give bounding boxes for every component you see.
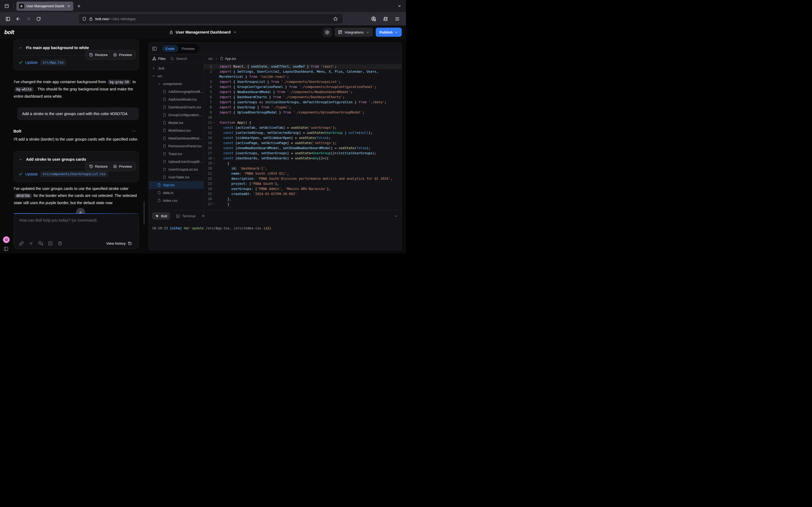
tracking-shield-icon[interactable] (82, 17, 87, 21)
code-line[interactable]: 19 { (204, 161, 401, 166)
back-icon[interactable] (13, 14, 22, 23)
view-history-button[interactable]: View history (104, 241, 134, 246)
tree-item--bolt[interactable]: .bolt (149, 64, 204, 72)
browser-tab[interactable]: b User Management Dashboard (16, 2, 73, 11)
tree-item-data-ts[interactable]: data.ts (149, 189, 204, 196)
integrations-button[interactable]: Integrations (335, 27, 373, 37)
enhance-sparkles-icon[interactable] (29, 241, 33, 246)
code-line[interactable]: 12 const [activeTab, setActiveTab] = use… (204, 125, 401, 130)
bookmark-star-icon[interactable] (332, 16, 340, 21)
attach-link-icon[interactable] (19, 241, 23, 246)
tree-item-usertable-tsx[interactable]: UserTable.tsx (149, 173, 204, 181)
tree-item-addusermodal-tsx[interactable]: AddUserModal.tsx (149, 96, 204, 103)
user-avatar[interactable]: O (3, 236, 10, 243)
tree-item-groupconfigurationp-[interactable]: GroupConfigurationP... (149, 111, 204, 119)
settings-gear-icon[interactable] (323, 27, 332, 37)
code-line[interactable]: 14 const [sidebarOpen, setSidebarOpen] =… (204, 135, 401, 140)
browser-sidebar-icon[interactable] (3, 14, 12, 23)
new-tab-button[interactable] (75, 2, 83, 10)
update-label[interactable]: Update (25, 60, 38, 65)
tree-item-usergroupslist-tsx[interactable]: UserGroupsList.tsx (149, 166, 204, 173)
terminal-tab-bolt[interactable]: Bolt (152, 212, 170, 220)
account-icon[interactable] (369, 14, 378, 23)
code-line[interactable]: 10 (204, 115, 401, 120)
tree-item-permissionspanel-tsx[interactable]: PermissionsPanel.tsx (149, 142, 204, 150)
fold-chevron-icon[interactable] (212, 156, 216, 160)
tab-search[interactable]: Search (170, 57, 187, 61)
tree-item-app-tsx[interactable]: App.tsx (149, 181, 204, 189)
collapse-terminal-chevron-icon[interactable] (394, 214, 398, 218)
tree-item-multiselect-tsx[interactable]: MultiSelect.tsx (149, 127, 204, 134)
code-line[interactable]: 24 userGroups: ['PBNA Admin', 'Mexico AR… (204, 186, 401, 191)
code-line[interactable]: 27 { (204, 202, 401, 207)
tree-item-components[interactable]: components (149, 80, 204, 88)
fold-chevron-icon[interactable] (212, 120, 216, 124)
code-line[interactable]: 9import { UploadUserGroupModal } from '.… (204, 110, 401, 115)
discuss-chat-icon[interactable] (38, 241, 43, 246)
forward-icon[interactable] (23, 14, 33, 23)
tree-item-toast-tsx[interactable]: Toast.tsx (149, 150, 204, 158)
code-line[interactable]: 6import { DashboardCharts } from './comp… (204, 95, 401, 100)
code-line[interactable]: 3import { UserGroupsList } from './compo… (204, 79, 401, 84)
fold-chevron-icon[interactable] (212, 161, 216, 165)
chat-input-box[interactable]: View history (14, 213, 139, 249)
code-line[interactable]: 21 name: 'PBNA South (2024 Q1)', (204, 171, 401, 176)
code-line[interactable]: 1import React, { useState, useEffect, us… (204, 64, 401, 69)
firefox-view-icon[interactable] (3, 2, 11, 10)
collapse-chevron-up-icon[interactable] (18, 46, 22, 50)
tree-item-index-css[interactable]: index.css (149, 196, 204, 205)
tree-item-modal-tsx[interactable]: Modal.tsx (149, 119, 204, 127)
updated-file-chip[interactable]: src/App.tsx (40, 60, 66, 65)
tab-files[interactable]: Files (152, 57, 165, 61)
terminal-output[interactable]: 18:10:23 [vite] hmr update /src/App.tsx,… (149, 222, 401, 231)
preview-button[interactable]: Preview (111, 52, 134, 58)
code-line[interactable]: 22 description: 'PBNA South Division per… (204, 176, 401, 181)
project-title-menu[interactable]: User Management Dashboard (169, 30, 237, 34)
collapse-chevron-up-icon[interactable] (18, 158, 22, 162)
chat-sidebar-toggle-icon[interactable] (3, 246, 9, 251)
code-line[interactable]: 4import { GroupConfigurationPanel } from… (204, 84, 401, 90)
extensions-puzzle-icon[interactable] (381, 14, 390, 23)
code-line[interactable]: 13 const [selectedGroup, setSelectedGrou… (204, 130, 401, 135)
code-line[interactable]: 15 const [activePage, setActivePage] = u… (204, 140, 401, 146)
terminal-tab-terminal[interactable]: Terminal (174, 214, 197, 218)
help-icon[interactable] (58, 241, 62, 246)
tab-preview[interactable]: Preview (178, 45, 198, 52)
url-bar[interactable]: bolt.new/~/sb1-vkhvkgax (79, 14, 343, 23)
chat-input[interactable] (14, 214, 139, 233)
menu-hamburger-icon[interactable] (393, 14, 402, 23)
tab-code[interactable]: Code (162, 45, 178, 52)
code-line[interactable]: 7import { userGroups as initialUserGroup… (204, 100, 401, 105)
restore-button[interactable]: Restore (87, 163, 110, 170)
reload-icon[interactable] (34, 14, 43, 23)
chat-scrollbar-thumb[interactable] (144, 201, 145, 225)
code-line[interactable]: 17 const [userGroups, setUserGroups] = u… (204, 151, 401, 156)
code-line[interactable]: 23 project: ['PBNA South'], (204, 181, 401, 186)
tree-item-newdashboardmodal-[interactable]: NewDashboardModal... (149, 134, 204, 142)
tree-item-src[interactable]: src (149, 72, 204, 80)
code-line[interactable]: 26 }, (204, 196, 401, 202)
publish-button[interactable]: Publish (376, 27, 402, 37)
code-line[interactable]: 2import { Settings, UserCircle2, LayoutD… (204, 69, 401, 79)
code-line[interactable]: 18 const [dashboards, setDashboards] = u… (204, 156, 401, 161)
tree-item-adddemographicsmo-[interactable]: AddDemographicsMo... (149, 88, 204, 96)
update-label[interactable]: Update (25, 172, 38, 176)
new-terminal-plus-icon[interactable] (201, 214, 205, 218)
code-line[interactable]: 25 createdAt: '2024-03-01T09:30:00Z' (204, 191, 401, 196)
tree-item-dashboardcharts-tsx[interactable]: DashboardCharts.tsx (149, 103, 204, 111)
restore-button[interactable]: Restore (87, 52, 110, 58)
breadcrumb-dir[interactable]: src (208, 57, 213, 61)
code-line[interactable]: 20 id: 'dashboard-1', (204, 166, 401, 171)
code-line[interactable]: 8import { UserGroup } from './types'; (204, 105, 401, 110)
list-all-tabs-icon[interactable] (395, 2, 403, 10)
bolt-logo[interactable]: bolt (4, 29, 14, 36)
code-line[interactable]: 16 const [showNewDashboardModal, setShow… (204, 146, 401, 151)
tab-close-icon[interactable] (66, 4, 71, 8)
preview-button[interactable]: Preview (111, 163, 134, 170)
code-line[interactable]: 5import { NewDashboardModal } from './co… (204, 90, 401, 95)
fold-chevron-icon[interactable] (212, 202, 216, 206)
lock-icon[interactable] (89, 17, 93, 21)
tree-item-uploadusergroupmo-[interactable]: UploadUserGroupMo... (149, 158, 204, 166)
slash-command-icon[interactable] (48, 241, 53, 246)
message-menu-ellipsis-icon[interactable] (130, 128, 138, 133)
